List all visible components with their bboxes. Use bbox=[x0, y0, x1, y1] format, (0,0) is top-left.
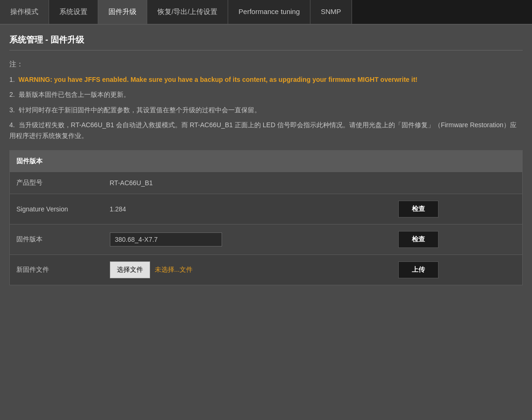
table-row: 新固件文件 选择文件 未选择...文件 上传 bbox=[10, 254, 523, 285]
note-item-4: 4. 当升级过程失败，RT-AC66U_B1 会自动进入救援模式。而 RT-AC… bbox=[9, 120, 523, 141]
signature-version-label: Signature Version bbox=[10, 194, 103, 224]
firmware-table-header: 固件版本 bbox=[10, 150, 523, 172]
page-title: 系统管理 - 固件升级 bbox=[9, 34, 523, 51]
note-text-4: 当升级过程失败，RT-AC66U_B1 会自动进入救援模式。而 RT-AC66U… bbox=[9, 121, 517, 139]
tab-bar: 操作模式 系统设置 固件升级 恢复/导出/上传设置 Performance tu… bbox=[0, 0, 532, 25]
firmware-table-header-row: 固件版本 bbox=[10, 150, 523, 172]
new-firmware-file-cell: 选择文件 未选择...文件 bbox=[103, 254, 382, 285]
tab-restore-export[interactable]: 恢复/导出/上传设置 bbox=[147, 0, 228, 24]
firmware-version-check-cell: 检查 bbox=[382, 224, 523, 254]
upload-row: 选择文件 未选择...文件 bbox=[110, 261, 376, 278]
upload-button[interactable]: 上传 bbox=[398, 261, 439, 278]
notes-list: 1. WARNING: you have JFFS enabled. Make … bbox=[9, 74, 523, 141]
note-text-3: 针对同时存在于新旧固件中的配置参数，其设置值在整个升级的过程中会一直保留。 bbox=[19, 106, 261, 114]
signature-version-value: 1.284 bbox=[103, 194, 382, 224]
product-model-value: RT-AC66U_B1 bbox=[103, 172, 523, 194]
note-text-2: 最新版本固件已包含上一版本的更新。 bbox=[19, 91, 130, 98]
firmware-version-label: 固件版本 bbox=[10, 224, 103, 254]
signature-version-check-cell: 检查 bbox=[382, 194, 523, 224]
note-number-1: 1. bbox=[9, 76, 15, 83]
firmware-version-input[interactable] bbox=[110, 232, 222, 246]
note-item-3: 3. 针对同时存在于新旧固件中的配置参数，其设置值在整个升级的过程中会一直保留。 bbox=[9, 105, 523, 115]
product-model-label: 产品型号 bbox=[10, 172, 103, 194]
firmware-check-button[interactable]: 检查 bbox=[398, 231, 439, 248]
file-placeholder: 未选择...文件 bbox=[155, 266, 193, 274]
signature-check-button[interactable]: 检查 bbox=[398, 201, 439, 217]
notes-label: 注： bbox=[9, 60, 523, 69]
note-text-1: WARNING: you have JFFS enabled. Make sur… bbox=[19, 76, 417, 83]
note-number-2: 2. bbox=[9, 91, 15, 98]
tab-system-settings[interactable]: 系统设置 bbox=[49, 0, 98, 24]
firmware-version-input-cell bbox=[103, 224, 382, 254]
table-row: 产品型号 RT-AC66U_B1 bbox=[10, 172, 523, 194]
tab-performance-tuning[interactable]: Performance tuning bbox=[228, 0, 310, 24]
tab-snmp[interactable]: SNMP bbox=[310, 0, 352, 24]
note-item-1: 1. WARNING: you have JFFS enabled. Make … bbox=[9, 74, 523, 85]
note-number-4: 4. bbox=[9, 121, 15, 129]
note-item-2: 2. 最新版本固件已包含上一版本的更新。 bbox=[9, 89, 523, 100]
table-row: 固件版本 检查 bbox=[10, 224, 523, 254]
main-content: 系统管理 - 固件升级 注： 1. WARNING: you have JFFS… bbox=[0, 25, 532, 295]
tab-operation-mode[interactable]: 操作模式 bbox=[0, 0, 49, 24]
notes-section: 注： 1. WARNING: you have JFFS enabled. Ma… bbox=[9, 60, 523, 141]
note-number-3: 3. bbox=[9, 106, 15, 114]
choose-file-button[interactable]: 选择文件 bbox=[110, 261, 150, 278]
new-firmware-upload-cell: 上传 bbox=[382, 254, 523, 285]
firmware-table: 固件版本 产品型号 RT-AC66U_B1 Signature Version … bbox=[9, 150, 523, 285]
table-row: Signature Version 1.284 检查 bbox=[10, 194, 523, 224]
new-firmware-label: 新固件文件 bbox=[10, 254, 103, 285]
tab-firmware-upgrade[interactable]: 固件升级 bbox=[98, 0, 147, 24]
